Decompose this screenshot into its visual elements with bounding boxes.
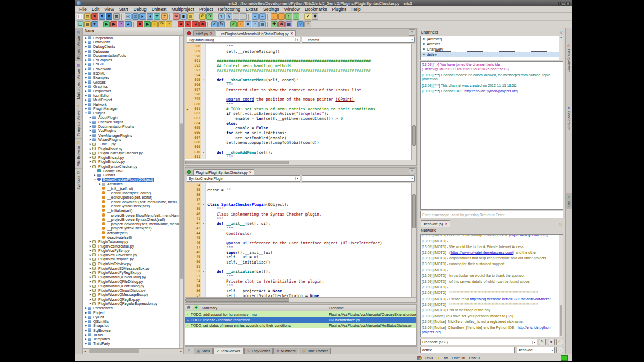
continue-icon[interactable]: ▶ <box>144 21 151 27</box>
editor-hscrollbar[interactable] <box>185 160 416 165</box>
editor-tab[interactable]: Plugins/PluginSyntaxChecker.py✕ <box>193 169 254 175</box>
code-line[interactable]: 598 <box>185 92 411 97</box>
smiley-icon[interactable]: ☺ <box>558 222 563 227</box>
message-input[interactable] <box>420 211 564 218</box>
expander-icon[interactable]: ▶ <box>84 107 88 110</box>
minimize-button[interactable]: – <box>558 2 561 6</box>
forward-icon[interactable]: → <box>278 13 285 20</box>
code-line[interactable]: 600 """ <box>185 102 411 107</box>
code-line[interactable]: 602 if self.vcs.isExtensionActive("large… <box>185 111 411 116</box>
join-channel-icon[interactable]: → <box>556 347 564 353</box>
run-script-icon[interactable]: ▶ <box>103 21 110 27</box>
fold-margin[interactable] <box>201 73 206 78</box>
tree-item[interactable]: ▶PluginWizardE5MessageBox.py <box>83 266 183 271</box>
link[interactable]: http://blog.freenode.net/2010/11/be-safe… <box>470 297 550 301</box>
tree-item[interactable]: ▶PluginEricapi.py <box>83 155 183 160</box>
tree-item[interactable]: __initialize(self) <box>83 208 183 213</box>
menu-plugins[interactable]: Plugins <box>329 7 349 12</box>
code-line[interactable]: 48 super().__init__(ui) <box>185 250 411 255</box>
expander-icon[interactable]: ▶ <box>84 85 88 88</box>
plugin-repository-icon[interactable]: ▦ <box>285 21 292 27</box>
tree-item[interactable]: ▶E5Gui <box>83 62 183 67</box>
expander-icon[interactable]: ▶ <box>84 72 88 75</box>
code-line[interactable]: 588 """ <box>185 44 411 49</box>
stop-icon[interactable]: ■ <box>137 21 143 27</box>
tree-item[interactable]: ▶PluginWizardQInputDialog.py <box>83 288 183 293</box>
tree-item[interactable]: ▶DocumentationPlugins <box>83 124 183 129</box>
code-line[interactable]: 49 self.__ui = ui <box>185 255 411 259</box>
code-line[interactable]: 43 """ <box>185 226 411 231</box>
tree-item[interactable]: ▶PluginEricdoc.py <box>83 160 183 164</box>
task-row[interactable]: ▲TODO: release - reenable redirectionUI/… <box>185 317 416 323</box>
expander-icon[interactable]: ▶ <box>84 334 88 336</box>
expander-icon[interactable]: ▶ <box>84 90 88 92</box>
expander-icon[interactable]: ▶ <box>84 54 88 57</box>
code-line[interactable]: 37 <box>185 198 411 202</box>
tree-item[interactable]: ▶PluginWizardQRegExp.py <box>83 297 183 302</box>
code-line[interactable]: 589 self.__restoreMissing() <box>185 49 411 54</box>
editor-vscrollbar[interactable] <box>411 44 416 160</box>
sidebar-tab-project-viewer[interactable]: ▤Project-Viewer <box>75 28 82 61</box>
filter-icon[interactable]: ▽ <box>560 30 563 35</box>
breakpoint-toggle-icon[interactable]: ● <box>178 21 184 27</box>
fold-margin[interactable] <box>201 83 206 87</box>
tool-tab-shell[interactable]: ▣Shell <box>194 348 213 354</box>
save-all-icon[interactable]: ▼ <box>106 13 112 20</box>
fold-margin[interactable] <box>201 279 206 284</box>
whats-this-icon[interactable]: ? <box>304 21 311 27</box>
tree-item[interactable]: Coding: utf-8 <box>83 169 183 173</box>
print-icon[interactable]: ▦ <box>113 13 120 20</box>
fold-margin[interactable] <box>201 293 206 297</box>
unittest-icon[interactable]: ✔ <box>211 21 218 27</box>
scrollbar-thumb[interactable] <box>185 298 289 302</box>
code-line[interactable]: 610▾ def __showAddMenu(self): <box>185 150 411 155</box>
expander-icon[interactable]: ▶ <box>84 63 88 65</box>
find-prev-icon[interactable]: ◂ <box>147 13 153 20</box>
scroll-left-icon[interactable]: ◂ <box>83 350 87 353</box>
step-out-icon[interactable]: ↑ <box>166 21 172 27</box>
expander-icon[interactable]: ▶ <box>89 289 92 292</box>
fold-margin[interactable] <box>201 54 206 59</box>
edit-network-icon[interactable]: ✎ <box>539 339 546 345</box>
scrollbar-thumb[interactable] <box>185 161 289 164</box>
close-tab-icon[interactable]: ✕ <box>291 32 293 35</box>
fold-margin[interactable] <box>201 193 206 198</box>
zoom-in-icon[interactable]: + <box>252 13 259 20</box>
tree-item[interactable]: ▶Tasks <box>83 333 183 337</box>
fold-margin[interactable] <box>201 44 206 49</box>
fold-margin[interactable] <box>201 198 206 202</box>
class-navigation-combo[interactable]: SyntaxCheckerPlugin▾ <box>187 175 300 182</box>
editor-tab[interactable]: ...csPlugins/vcsMercurial/HgStatusDialog… <box>216 30 296 36</box>
tree-item[interactable]: ▶Preferences <box>83 306 183 310</box>
tree-item[interactable]: __projectSyntaxCheck(self) <box>83 226 183 231</box>
editor-tab[interactable]: eric5.py✕ <box>193 30 215 36</box>
tree-item[interactable]: ▶E5Network <box>83 67 183 71</box>
sidebar-tab-multiproject-viewer[interactable]: ▦Multiproject-Viewer <box>75 61 82 102</box>
save-project-icon[interactable]: ▼ <box>91 21 98 27</box>
fold-margin[interactable]: ▾ <box>201 150 206 155</box>
network-select[interactable]: Freenode (SSL) ▾ <box>420 339 537 345</box>
user-list-item[interactable]: ☻detlev <box>421 52 563 57</box>
configure-tasks-icon[interactable]: ▤ <box>186 305 192 310</box>
breakpoints-clear-icon[interactable]: ✖ <box>199 21 206 27</box>
sidebar-tab-symbols[interactable]: ΩSymbols <box>75 169 82 192</box>
tree-item[interactable]: __projectBrowserShowMenu(self, menuName,… <box>83 213 183 218</box>
fold-margin[interactable] <box>201 102 206 107</box>
tree-item[interactable]: ▶ViewManagerPlugins <box>83 133 183 138</box>
uncomment-icon[interactable]: § <box>226 13 232 20</box>
tree-item[interactable]: ▶CheckerPlugins <box>83 120 183 124</box>
channel-combo[interactable]: #eric-ide ▾ <box>517 347 555 353</box>
expander-icon[interactable]: ▶ <box>84 103 88 106</box>
scrollbar-thumb[interactable] <box>180 123 183 279</box>
sidebar-tab-template-viewer[interactable]: ✎Template-Viewer <box>75 102 82 139</box>
maximize-button[interactable]: □ <box>562 2 565 6</box>
code-lines[interactable]: 588 """589 self.__restoreMissing()590 59… <box>185 44 411 160</box>
expander-icon[interactable]: ▶ <box>93 174 97 176</box>
member-navigation-combo[interactable]: __commit▾ <box>302 37 415 43</box>
menu-extras[interactable]: Extras <box>243 7 261 12</box>
code-line[interactable]: 46 @param ui reference to the user inter… <box>185 241 411 245</box>
expander-icon[interactable]: ▶ <box>84 94 88 97</box>
tree-item[interactable]: ▶PluginAbout.py <box>83 146 183 151</box>
expander-icon[interactable]: ▼ <box>93 178 97 181</box>
fold-margin[interactable] <box>201 188 206 192</box>
